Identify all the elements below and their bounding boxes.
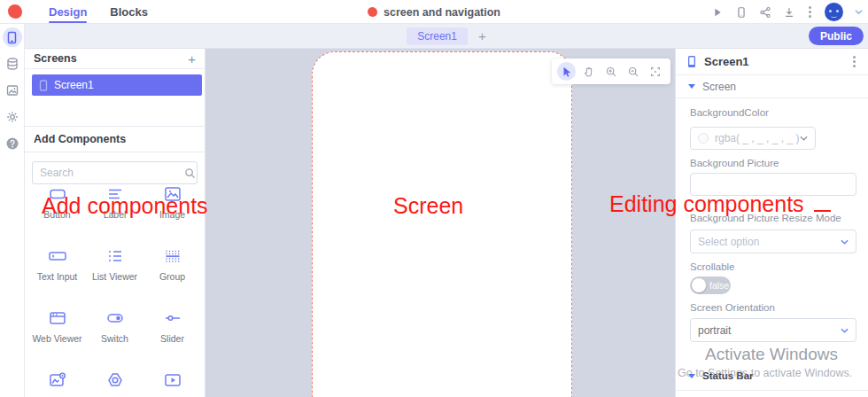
resize-mode-select[interactable]: Select option bbox=[690, 230, 856, 253]
project-name: screen and navigation bbox=[384, 6, 500, 19]
background-picture-input[interactable] bbox=[690, 173, 856, 196]
button-icon bbox=[48, 184, 67, 204]
rail-data-icon[interactable] bbox=[3, 54, 22, 74]
section-status-bar[interactable]: Status Bar bbox=[676, 364, 868, 387]
component-label: Image bbox=[159, 209, 185, 221]
screen-list-item-screen1[interactable]: Screen1 bbox=[32, 74, 202, 96]
project-logo-icon bbox=[368, 7, 377, 17]
scrollable-toggle[interactable]: false bbox=[690, 276, 731, 294]
properties-panel: Screen1 Screen BackgroundColor rgba( _ ,… bbox=[675, 49, 868, 397]
image-pin-icon bbox=[48, 370, 67, 390]
component-label: Switch bbox=[101, 333, 128, 345]
fit-center-icon[interactable] bbox=[647, 62, 665, 81]
add-screen-button[interactable]: + bbox=[188, 52, 196, 66]
component-switch[interactable]: Switch bbox=[86, 308, 143, 359]
section-label: Status Bar bbox=[702, 370, 754, 381]
component-grid: Button Label Image Text Input bbox=[28, 184, 201, 397]
mode-tabs: Design Blocks bbox=[49, 0, 148, 23]
toggle-knob bbox=[692, 278, 706, 292]
left-rail bbox=[0, 24, 25, 397]
tab-design[interactable]: Design bbox=[49, 0, 87, 23]
app-window: Design Blocks screen and navigation bbox=[0, 0, 868, 397]
properties-more-icon[interactable] bbox=[851, 54, 857, 69]
download-icon[interactable] bbox=[783, 6, 795, 19]
activate-windows-watermark: Activate Windows bbox=[705, 345, 838, 364]
component-slider[interactable]: Slider bbox=[143, 308, 201, 359]
panel-divider bbox=[676, 390, 868, 391]
component-button[interactable]: Button bbox=[28, 184, 86, 235]
component-web-viewer[interactable]: Web Viewer bbox=[28, 308, 86, 359]
section-screen[interactable]: Screen bbox=[676, 75, 868, 98]
screen-item-label: Screen1 bbox=[54, 79, 94, 91]
workspace bbox=[205, 49, 675, 397]
color-value: rgba( _ , _ , _ , _ ) bbox=[715, 132, 799, 144]
screen-phone-icon bbox=[686, 55, 697, 68]
component-label: Text Input bbox=[37, 271, 78, 283]
component-list-viewer[interactable]: List Viewer bbox=[86, 246, 143, 297]
screen-item-phone-icon bbox=[39, 80, 48, 91]
pan-hand-icon[interactable] bbox=[579, 62, 598, 81]
play-icon[interactable] bbox=[711, 6, 724, 19]
scrollable-label: Scrollable bbox=[690, 261, 735, 272]
video-player-icon bbox=[163, 370, 182, 390]
component-group[interactable]: Group bbox=[143, 246, 201, 297]
chevron-down-icon bbox=[841, 328, 849, 333]
orientation-select[interactable]: portrait bbox=[690, 318, 856, 342]
component-label: Slider bbox=[160, 333, 184, 345]
component-image[interactable]: Image bbox=[143, 184, 201, 235]
background-picture-label: Background Picture bbox=[690, 158, 779, 168]
component-label[interactable]: Label bbox=[86, 184, 143, 235]
caret-down-icon bbox=[688, 84, 695, 89]
select-cursor-icon[interactable] bbox=[557, 62, 576, 81]
color-swatch bbox=[698, 133, 709, 144]
chevron-down-icon bbox=[800, 136, 808, 141]
switch-icon bbox=[105, 308, 125, 328]
component-search-input[interactable] bbox=[33, 167, 184, 179]
image-icon bbox=[163, 184, 182, 204]
rail-screens-icon[interactable] bbox=[3, 27, 22, 47]
list-viewer-icon bbox=[105, 246, 125, 266]
device-preview-icon[interactable] bbox=[735, 6, 748, 19]
more-options-icon[interactable] bbox=[807, 4, 813, 19]
chevron-down-icon bbox=[841, 239, 849, 245]
share-icon[interactable] bbox=[759, 6, 771, 19]
component-text-input[interactable]: Text Input bbox=[28, 246, 86, 297]
component-search bbox=[32, 161, 198, 184]
slider-icon bbox=[163, 308, 182, 328]
component-image-map[interactable] bbox=[28, 370, 86, 397]
tab-blocks[interactable]: Blocks bbox=[110, 0, 148, 23]
component-drive[interactable] bbox=[86, 370, 143, 397]
caret-down-icon bbox=[688, 374, 695, 378]
screen-tab-bar: Screen1 + Public bbox=[25, 24, 868, 49]
properties-header: Screen1 bbox=[676, 49, 868, 75]
account-chevron-down-icon[interactable] bbox=[855, 9, 863, 15]
orientation-label: Screen Orientation bbox=[690, 302, 775, 313]
group-icon bbox=[163, 246, 182, 266]
screen-canvas[interactable] bbox=[312, 51, 572, 397]
rail-assets-icon[interactable] bbox=[3, 81, 22, 100]
component-label: Group bbox=[159, 271, 185, 283]
rail-settings-gear-icon[interactable] bbox=[3, 107, 22, 127]
component-label: Web Viewer bbox=[32, 333, 81, 345]
zoom-out-icon[interactable] bbox=[624, 62, 643, 81]
drive-icon bbox=[105, 370, 125, 390]
component-label: Label bbox=[104, 209, 127, 221]
public-button[interactable]: Public bbox=[809, 27, 864, 45]
orientation-value: portrait bbox=[698, 324, 731, 337]
add-screen-tab-button[interactable]: + bbox=[478, 29, 486, 43]
thunkable-logo-icon[interactable] bbox=[8, 4, 22, 19]
toggle-value: false bbox=[709, 280, 729, 291]
search-icon bbox=[184, 167, 196, 179]
selected-component-title: Screen1 bbox=[704, 55, 749, 68]
avatar[interactable] bbox=[825, 3, 843, 21]
component-video[interactable] bbox=[143, 370, 201, 397]
zoom-in-icon[interactable] bbox=[601, 62, 620, 81]
backgroundcolor-dropdown[interactable]: rgba( _ , _ , _ , _ ) bbox=[690, 127, 816, 150]
rail-help-icon[interactable] bbox=[3, 134, 22, 153]
text-input-icon bbox=[48, 246, 67, 266]
screen-tab-screen1[interactable]: Screen1 bbox=[407, 27, 468, 45]
project-header: screen and navigation bbox=[368, 0, 500, 24]
resize-mode-value: Select option bbox=[698, 236, 759, 248]
component-label: Button bbox=[43, 209, 70, 221]
section-label: Screen bbox=[702, 81, 736, 93]
